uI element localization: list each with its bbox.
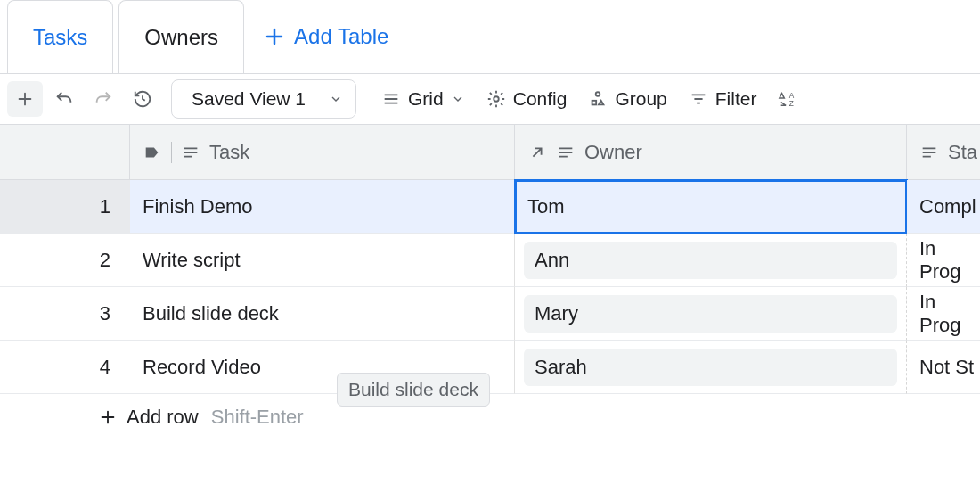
- cell-owner[interactable]: Tom: [515, 180, 907, 234]
- text-lines-icon: [556, 143, 576, 162]
- group-label: Group: [615, 88, 666, 110]
- sort-az-icon: AZ: [778, 89, 797, 109]
- add-table-button[interactable]: Add Table: [244, 0, 388, 73]
- cell-owner[interactable]: Sarah: [515, 341, 907, 394]
- layout-dropdown[interactable]: Grid: [372, 88, 474, 110]
- row-number[interactable]: 3: [0, 287, 130, 341]
- owner-chip: Sarah: [524, 349, 897, 386]
- chevron-down-icon: [451, 92, 465, 106]
- filter-icon: [689, 89, 708, 109]
- text-lines-icon: [181, 143, 200, 162]
- undo-icon: [54, 89, 74, 109]
- redo-button[interactable]: [86, 81, 121, 117]
- cell-status[interactable]: In Prog: [907, 287, 980, 341]
- sort-button[interactable]: AZ: [769, 89, 797, 109]
- column-label: Sta: [948, 141, 977, 164]
- lookup-arrow-icon: [527, 143, 547, 162]
- row-number[interactable]: 1: [0, 180, 130, 234]
- column-label: Task: [209, 141, 249, 164]
- config-label: Config: [513, 88, 568, 110]
- table-tabs: Tasks Owners Add Table: [0, 0, 980, 73]
- tab-label: Owners: [144, 25, 218, 50]
- gear-icon: [486, 89, 506, 109]
- undo-button[interactable]: [46, 81, 82, 117]
- plus-icon: [15, 89, 35, 109]
- svg-point-1: [596, 92, 600, 96]
- view-toolbar: Saved View 1 Grid Config Group Filter AZ: [0, 73, 980, 125]
- cell-task[interactable]: Finish Demo: [130, 180, 515, 234]
- cell-status[interactable]: Compl: [907, 180, 980, 234]
- chevron-down-icon: [329, 92, 343, 106]
- text-lines-icon: [919, 143, 939, 162]
- column-header-status[interactable]: Sta: [907, 125, 980, 180]
- history-button[interactable]: [125, 81, 160, 117]
- owner-chip: Mary: [524, 295, 897, 333]
- tab-label: Tasks: [33, 25, 87, 50]
- saved-view-dropdown[interactable]: Saved View 1: [171, 79, 356, 119]
- row-number[interactable]: 2: [0, 234, 130, 287]
- layout-label: Grid: [408, 88, 444, 110]
- tag-icon: [143, 143, 162, 162]
- column-header-task[interactable]: Task: [130, 125, 515, 180]
- history-icon: [133, 89, 152, 109]
- owner-chip: Ann: [524, 242, 897, 279]
- add-button[interactable]: [7, 81, 43, 117]
- add-row-button[interactable]: Add row Shift-Enter: [0, 394, 980, 440]
- grid-icon: [381, 89, 401, 109]
- svg-text:Z: Z: [789, 100, 794, 108]
- add-row-label: Add row: [127, 406, 199, 429]
- cell-status[interactable]: In Prog: [907, 234, 980, 287]
- redo-icon: [94, 89, 113, 109]
- svg-point-0: [494, 96, 499, 102]
- cell-task[interactable]: Build slide deck: [130, 287, 515, 341]
- divider: [171, 142, 172, 163]
- tab-tasks[interactable]: Tasks: [7, 0, 113, 73]
- add-row-hint: Shift-Enter: [211, 406, 304, 429]
- add-table-label: Add Table: [294, 24, 388, 49]
- filter-label: Filter: [715, 88, 757, 110]
- row-number[interactable]: 4: [0, 341, 130, 394]
- cell-owner[interactable]: Mary: [515, 287, 907, 341]
- data-grid: Task Owner Sta 1 Finish Demo Tom Compl 2…: [0, 125, 980, 440]
- group-icon: [588, 89, 608, 109]
- column-header-owner[interactable]: Owner: [515, 125, 907, 180]
- row-number-header: [0, 125, 130, 180]
- cell-task[interactable]: Write script: [130, 234, 515, 287]
- owner-value: Tom: [524, 188, 897, 226]
- cell-status[interactable]: Not St: [907, 341, 980, 394]
- tab-owners[interactable]: Owners: [118, 0, 244, 73]
- cell-task[interactable]: Record Video: [130, 341, 515, 394]
- saved-view-label: Saved View 1: [192, 88, 306, 110]
- group-button[interactable]: Group: [579, 88, 675, 110]
- svg-rect-2: [592, 101, 597, 105]
- column-label: Owner: [584, 141, 642, 164]
- plus-icon: [264, 26, 285, 47]
- config-button[interactable]: Config: [478, 88, 576, 110]
- filter-button[interactable]: Filter: [680, 88, 766, 110]
- plus-icon: [98, 407, 118, 427]
- cell-owner[interactable]: Ann: [515, 234, 907, 287]
- svg-text:A: A: [789, 92, 795, 100]
